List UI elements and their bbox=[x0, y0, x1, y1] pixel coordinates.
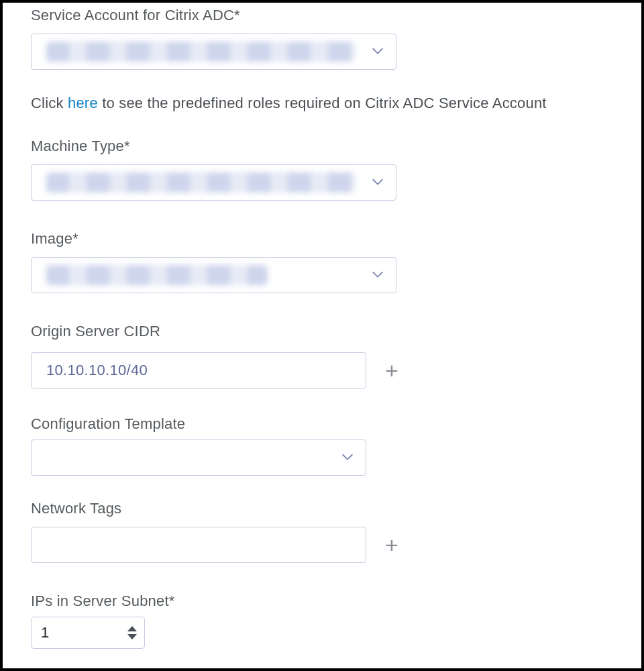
chevron-down-icon bbox=[370, 266, 385, 281]
svg-marker-1 bbox=[127, 634, 137, 639]
helper-text: Click here to see the predefined roles r… bbox=[31, 94, 613, 113]
svg-marker-0 bbox=[127, 626, 137, 631]
origin-cidr-label: Origin Server CIDR bbox=[31, 323, 613, 340]
helper-prefix: Click bbox=[31, 95, 68, 111]
add-cidr-button[interactable]: + bbox=[385, 359, 398, 382]
ips-subnet-value: 1 bbox=[41, 624, 49, 641]
stepper-down-icon[interactable] bbox=[127, 633, 138, 640]
image-label: Image* bbox=[31, 230, 613, 248]
stepper-up-icon[interactable] bbox=[127, 625, 138, 632]
config-template-label: Configuration Template bbox=[31, 415, 613, 433]
chevron-down-icon bbox=[370, 44, 385, 58]
machine-type-select[interactable] bbox=[31, 164, 396, 201]
network-tags-label: Network Tags bbox=[31, 500, 613, 517]
ips-subnet-label: IPs in Server Subnet* bbox=[31, 592, 613, 610]
ips-subnet-stepper[interactable]: 1 bbox=[31, 617, 145, 649]
add-tag-button[interactable]: + bbox=[385, 533, 398, 556]
machine-type-label: Machine Type* bbox=[31, 138, 613, 155]
config-template-select[interactable] bbox=[31, 440, 366, 476]
redacted-content bbox=[46, 265, 268, 285]
chevron-down-icon bbox=[370, 174, 385, 189]
network-tags-input[interactable] bbox=[31, 527, 366, 563]
form-panel: Service Account for Citrix ADC* Click he… bbox=[0, 0, 644, 671]
origin-cidr-input[interactable]: 10.10.10.10/40 bbox=[31, 352, 366, 389]
helper-suffix: to see the predefined roles required on … bbox=[98, 95, 547, 111]
image-select[interactable] bbox=[31, 257, 396, 293]
redacted-content bbox=[46, 42, 355, 62]
redacted-content bbox=[46, 172, 355, 193]
helper-link[interactable]: here bbox=[68, 95, 98, 111]
service-account-label: Service Account for Citrix ADC* bbox=[31, 7, 613, 24]
service-account-select[interactable] bbox=[31, 34, 396, 70]
chevron-down-icon bbox=[340, 449, 355, 464]
